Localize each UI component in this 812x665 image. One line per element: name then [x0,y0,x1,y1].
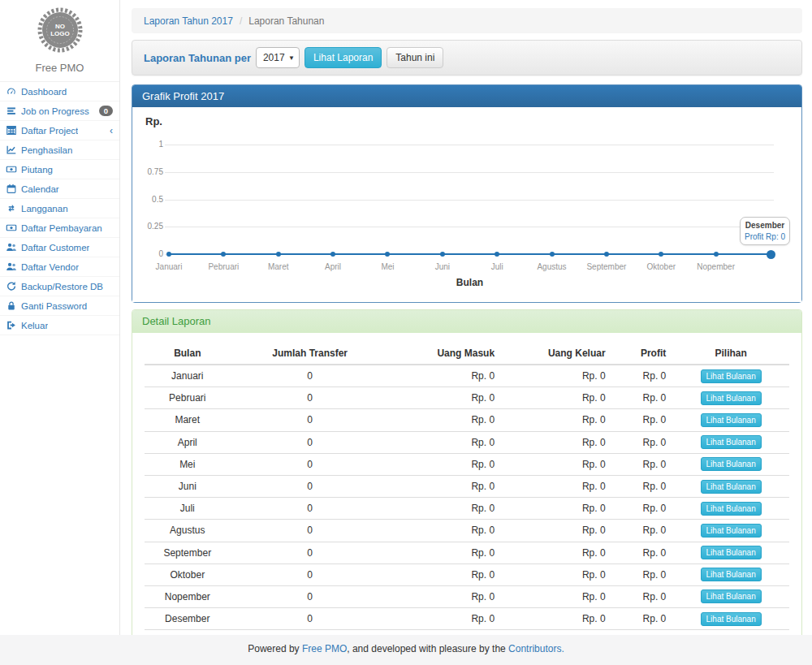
cell-uang-keluar: Rp. 0 [501,475,612,497]
data-point-juni[interactable] [440,252,445,257]
sidebar-item-job-on-progress[interactable]: Job on Progress0 [0,101,119,121]
sidebar-item-ganti-password[interactable]: Ganti Password [0,296,119,316]
sidebar-item-daftar-pembayaran[interactable]: Daftar Pembayaran [0,218,119,238]
view-report-button[interactable]: Lihat Laporan [304,47,382,68]
data-point-september[interactable] [604,252,609,257]
data-point-pebruari[interactable] [221,252,226,257]
x-tick-label: Juni [413,262,472,271]
data-point-mei[interactable] [385,252,390,257]
table-row: Maret 0 Rp. 0 Rp. 0 Rp. 0 Lihat Bulanan [145,409,789,431]
chevron-left-icon: ‹ [110,125,113,136]
this-year-button[interactable]: Tahun ini [387,47,443,68]
sidebar-item-label: Keluar [21,321,48,330]
cell-bulan: September [145,542,231,564]
breadcrumb-separator: / [240,15,242,27]
sign-out-icon [6,320,17,330]
view-monthly-button-juli[interactable]: Lihat Bulanan [701,502,762,516]
data-point-oktober[interactable] [659,252,663,257]
data-point-januari[interactable] [166,252,171,257]
x-tick-label: Mei [358,262,417,271]
sidebar-item-label: Job on Progress [21,106,89,116]
view-monthly-button-april[interactable]: Lihat Bulanan [701,435,762,449]
sidebar-item-label: Daftar Vendor [21,262,79,272]
view-monthly-button-pebruari[interactable]: Lihat Bulanan [701,391,762,405]
sidebar-item-penghasilan[interactable]: Penghasilan [0,140,119,160]
cell-uang-keluar: Rp. 0 [501,542,612,564]
breadcrumb-link-laporan-tahun[interactable]: Laporan Tahun 2017 [144,15,233,27]
view-monthly-button-agustus[interactable]: Lihat Bulanan [701,524,762,538]
sidebar-item-label: Backup/Restore DB [21,282,103,291]
calendar-icon [6,184,17,194]
view-monthly-button-nopember[interactable]: Lihat Bulanan [701,589,762,603]
view-monthly-button-desember[interactable]: Lihat Bulanan [701,612,762,626]
column-header-uang-masuk: Uang Masuk [390,343,501,365]
sidebar-menu: DashboardJob on Progress0Daftar Project‹… [0,81,119,335]
detail-panel-title: Detail Laporan [132,310,801,333]
cell-bulan: Nopember [145,585,231,607]
sidebar-item-backup-restore-db[interactable]: Backup/Restore DB [0,277,119,296]
data-point-maret[interactable] [276,252,281,257]
cell-bulan: Agustus [145,520,231,542]
cell-jumlah-transfer: 0 [231,431,390,453]
sidebar-item-langganan[interactable]: Langganan [0,199,119,218]
cell-bulan: Juni [145,475,231,497]
data-point-april[interactable] [330,252,335,257]
sidebar-item-label: Daftar Customer [21,243,89,253]
table-row: Desember 0 Rp. 0 Rp. 0 Rp. 0 Lihat Bulan… [145,608,789,630]
cell-uang-masuk: Rp. 0 [390,608,501,630]
cell-uang-masuk: Rp. 0 [390,409,501,431]
cell-uang-masuk: Rp. 0 [390,498,501,520]
sidebar-item-piutang[interactable]: Piutang [0,160,119,179]
monthly-report-table: BulanJumlah TransferUang MasukUang Kelua… [145,343,789,649]
sidebar-item-keluar[interactable]: Keluar [0,316,119,335]
x-tick-label: Januari [140,262,198,271]
report-filter-panel: Laporan Tahunan per 2017 ▼ Lihat Laporan… [132,40,802,76]
table-row: Juli 0 Rp. 0 Rp. 0 Rp. 0 Lihat Bulanan [145,498,789,520]
cell-profit: Rp. 0 [612,542,673,564]
table-row: September 0 Rp. 0 Rp. 0 Rp. 0 Lihat Bula… [145,542,789,564]
year-select[interactable]: 2017 ▼ [256,47,300,68]
data-point-juli[interactable] [495,252,499,257]
x-tick-label: Juli [468,262,526,271]
cell-uang-keluar: Rp. 0 [501,409,612,431]
column-header-jumlah-transfer: Jumlah Transfer [231,343,390,365]
sidebar-item-calendar[interactable]: Calendar [0,179,119,199]
view-monthly-button-januari[interactable]: Lihat Bulanan [701,369,762,383]
column-header-bulan: Bulan [145,343,231,365]
view-monthly-button-mei[interactable]: Lihat Bulanan [701,457,762,471]
sidebar-item-label: Langganan [21,204,68,214]
cell-uang-masuk: Rp. 0 [390,520,501,542]
page: NO LOGO Free PMO DashboardJob on Progres… [0,0,812,665]
cell-jumlah-transfer: 0 [231,409,390,431]
profit-series-line [169,253,771,255]
cell-uang-keluar: Rp. 0 [501,520,612,542]
cell-profit: Rp. 0 [612,409,673,431]
footer-link-freepmo[interactable]: Free PMO [302,643,347,654]
cell-uang-keluar: Rp. 0 [501,585,612,607]
cell-bulan: Oktober [145,564,231,585]
view-monthly-button-oktober[interactable]: Lihat Bulanan [701,568,762,581]
table-row: Pebruari 0 Rp. 0 Rp. 0 Rp. 0 Lihat Bulan… [145,387,789,409]
sidebar-item-daftar-project[interactable]: Daftar Project‹ [0,121,119,140]
footer-link-contributors[interactable]: Contributors. [508,643,564,654]
view-monthly-button-maret[interactable]: Lihat Bulanan [701,413,762,427]
lock-icon [6,300,17,311]
view-monthly-button-juni[interactable]: Lihat Bulanan [701,480,762,494]
cell-profit: Rp. 0 [612,431,673,453]
data-point-agustus[interactable] [550,252,555,257]
y-tick-label: 0.75 [134,167,163,176]
y-axis-title: Rp. [145,115,162,127]
data-point-nopember[interactable] [714,252,719,257]
cell-profit: Rp. 0 [612,564,673,585]
cell-bulan: Januari [145,365,231,387]
sidebar-item-daftar-vendor[interactable]: Daftar Vendor [0,257,119,277]
sidebar-item-dashboard[interactable]: Dashboard [0,82,119,101]
view-monthly-button-september[interactable]: Lihat Bulanan [701,546,762,559]
cell-bulan: Maret [145,409,231,431]
data-point-desember[interactable] [767,250,775,259]
sidebar-item-daftar-customer[interactable]: Daftar Customer [0,238,119,257]
x-tick-label: Agustus [523,262,581,271]
table-row: April 0 Rp. 0 Rp. 0 Rp. 0 Lihat Bulanan [145,431,789,453]
line-chart-icon [6,145,17,155]
table-row: Mei 0 Rp. 0 Rp. 0 Rp. 0 Lihat Bulanan [145,453,789,475]
